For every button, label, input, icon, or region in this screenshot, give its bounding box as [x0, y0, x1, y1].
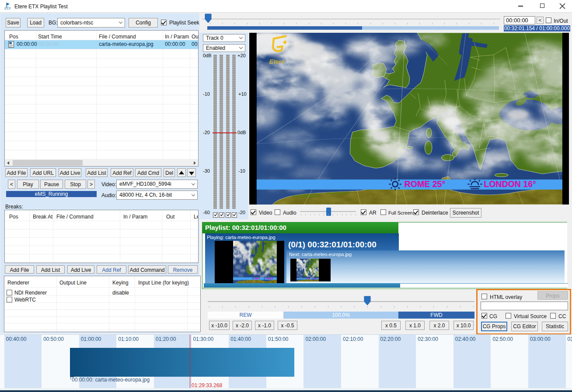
svg-text:LONDON 16°: LONDON 16°	[484, 179, 536, 189]
svg-text:Etere: Etere	[269, 58, 285, 65]
svg-text:etx: etx	[4, 5, 11, 10]
svg-text:ROME 25°: ROME 25°	[404, 179, 445, 189]
